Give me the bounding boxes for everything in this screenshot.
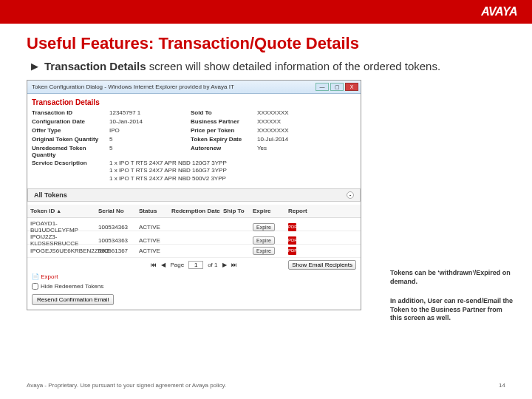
resend-confirmation-button[interactable]: Resend Confirmation Email: [32, 294, 114, 305]
slide-title: Useful Features: Transaction/Quote Detai…: [27, 34, 505, 53]
autorenew-label: Autorenew: [191, 145, 257, 158]
pdf-icon[interactable]: PDF: [288, 247, 296, 255]
col-shipto[interactable]: Ship To: [223, 208, 253, 214]
callout-resend: In addition, User can re-send/Email the …: [390, 297, 516, 323]
price-per-token-label: Price per Token: [191, 127, 257, 134]
callout-expire: Tokens can be ‘withdrawn’/Expired on dem…: [390, 269, 516, 286]
pager-of-label: of 1: [208, 262, 217, 268]
bullet-item: ▶ Transaction Details screen will show d…: [31, 59, 505, 74]
all-tokens-label: All Tokens: [34, 191, 67, 199]
cell-status: ACTIVE: [139, 248, 171, 254]
brand-topbar: AVAYA: [0, 0, 532, 24]
token-expiry-label: Token Expiry Date: [191, 136, 257, 143]
cell-status: ACTIVE: [139, 237, 171, 244]
export-link[interactable]: 📄 Export: [32, 273, 58, 280]
page-number: 14: [499, 382, 505, 389]
business-partner-label: Business Partner: [191, 118, 257, 125]
offer-type-value: IPO: [109, 127, 191, 134]
business-partner-value: XXXXXX: [257, 118, 338, 125]
bullet-text: Transaction Details screen will show det…: [44, 59, 440, 74]
pager-first-icon[interactable]: ⏮: [151, 262, 157, 268]
service-line: 1 x IPO T RTS 24X7 APR NBD 500V2 3YPP: [109, 175, 356, 183]
cell-token-id: IPOIJ2Z3-KLDSESRBUCCE: [30, 233, 98, 247]
col-status[interactable]: Status: [139, 208, 171, 214]
sold-to-label: Sold To: [191, 109, 257, 116]
window-title: Token Configuration Dialog - Windows Int…: [32, 83, 234, 90]
col-report[interactable]: Report: [288, 208, 318, 214]
service-desc-label: Service Description: [32, 160, 109, 183]
sort-asc-icon: ▲: [56, 208, 61, 214]
pager-next-icon[interactable]: ▶: [222, 262, 227, 268]
pager-last-icon[interactable]: ⏭: [231, 262, 237, 268]
pdf-icon[interactable]: PDF: [288, 236, 296, 245]
pager-page-label: Page: [170, 262, 184, 268]
config-date-value: 10-Jan-2014: [109, 118, 191, 125]
col-expire[interactable]: Expire: [253, 208, 288, 214]
sold-to-value: XXXXXXXX: [257, 109, 338, 116]
expire-button[interactable]: Expire: [253, 223, 275, 231]
footer-text: Avaya - Proprietary. Use pursuant to you…: [27, 382, 226, 389]
collapse-icon[interactable]: -: [347, 191, 354, 199]
minimize-button[interactable]: —: [316, 83, 329, 91]
col-redemption[interactable]: Redemption Date: [171, 208, 223, 214]
service-desc-lines: 1 x IPO T RTS 24X7 APR NBD 120G7 3YPP 1 …: [109, 160, 356, 183]
pdf-icon[interactable]: PDF: [288, 223, 296, 231]
pager: ⏮ ◀ Page of 1 ▶ ⏭ Show Email Recipients: [32, 261, 356, 269]
col-token-id[interactable]: Token ID▲: [30, 208, 98, 214]
cell-serial: 100534363: [98, 237, 139, 244]
transaction-id-label: Transaction ID: [32, 109, 109, 116]
details-grid: Transaction ID 12345797 1 Sold To XXXXXX…: [32, 109, 356, 158]
hide-redeemed-label: Hide Redeemed Tokens: [41, 283, 103, 290]
token-expiry-value: 10-Jul-2014: [257, 136, 338, 143]
brand-logo: AVAYA: [481, 5, 517, 18]
price-per-token-value: XXXXXXXX: [257, 127, 338, 134]
service-line: 1 x IPO T RTS 24X7 APR NBD 160G7 3YPP: [109, 167, 356, 174]
table-row: IPOAYD1-BU1UDCLEYFMP 100534363 ACTIVE Ex…: [27, 218, 361, 231]
expire-button[interactable]: Expire: [253, 236, 275, 245]
autorenew-value: Yes: [257, 145, 338, 158]
close-button[interactable]: X: [345, 83, 358, 91]
col-serial[interactable]: Serial No: [98, 208, 139, 214]
orig-token-qty-value: 5: [109, 136, 191, 143]
show-email-recipients-button[interactable]: Show Email Recipients: [288, 260, 356, 270]
cell-token-id: IPOGEJS6UE6KRBEN2ZRK3: [30, 248, 98, 254]
service-description: Service Description 1 x IPO T RTS 24X7 A…: [32, 160, 356, 183]
unredeemed-qty-value: 5: [109, 145, 191, 158]
cell-token-id: IPOAYD1-BU1UDCLEYFMP: [30, 220, 98, 233]
service-line: 1 x IPO T RTS 24X7 APR NBD 120G7 3YPP: [109, 160, 356, 167]
hide-redeemed-checkbox[interactable]: [32, 283, 38, 290]
orig-token-qty-label: Original Token Quantity: [32, 136, 109, 143]
offer-type-label: Offer Type: [32, 127, 109, 134]
table-header-row: Token ID▲ Serial No Status Redemption Da…: [27, 205, 361, 218]
config-date-label: Configuration Date: [32, 118, 109, 125]
pager-page-input[interactable]: [188, 261, 203, 269]
cell-serial: 100561367: [98, 248, 139, 254]
transaction-id-value: 12345797 1: [109, 109, 191, 116]
pager-prev-icon[interactable]: ◀: [161, 262, 166, 268]
expire-button[interactable]: Expire: [253, 247, 275, 255]
cell-status: ACTIVE: [139, 224, 171, 231]
window-titlebar: Token Configuration Dialog - Windows Int…: [27, 81, 361, 94]
maximize-button[interactable]: ▢: [330, 83, 344, 91]
embedded-window: Token Configuration Dialog - Windows Int…: [27, 80, 361, 310]
all-tokens-bar[interactable]: All Tokens -: [27, 188, 361, 202]
triangle-right-icon: ▶: [31, 59, 38, 74]
cell-serial: 100534363: [98, 224, 139, 231]
table-row: IPOIJ2Z3-KLDSESRBUCCE 100534363 ACTIVE E…: [27, 231, 361, 245]
panel-heading: Transaction Details: [32, 98, 356, 106]
unredeemed-qty-label: Unredeemed Token Quantity: [32, 145, 109, 158]
slide-footer: Avaya - Proprietary. Use pursuant to you…: [27, 382, 505, 389]
